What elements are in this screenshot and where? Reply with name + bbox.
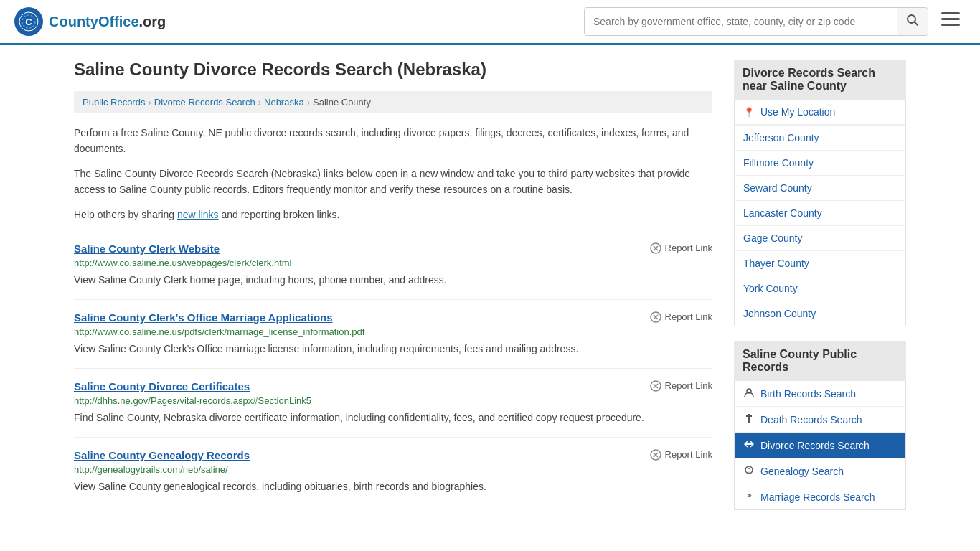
svg-rect-7 [941,24,960,26]
public-record-link-2[interactable]: Divorce Records Search [735,433,905,458]
location-icon: 📍 [743,107,755,118]
records-list: Saline County Clerk Website Report Link … [74,231,712,506]
report-link-0[interactable]: Report Link [650,242,712,254]
nearby-county-link-5[interactable]: Thayer County [735,251,905,276]
record-icon-1 [743,413,755,425]
page-title: Saline County Divorce Records Search (Ne… [74,60,712,80]
svg-text:C: C [25,17,32,27]
use-location-item[interactable]: 📍 Use My Location [735,100,905,126]
description-3: Help others by sharing new links and rep… [74,207,712,222]
nearby-county-link-0[interactable]: Jefferson County [735,126,905,150]
record-url-0[interactable]: http://www.co.saline.ne.us/webpages/cler… [74,258,712,268]
public-record-link-1[interactable]: Death Records Search [735,407,905,432]
nearby-header: Divorce Records Search near Saline Count… [734,60,906,100]
breadcrumb-current: Saline County [313,97,371,108]
public-record-item-1[interactable]: Death Records Search [735,407,905,433]
record-icon-3: ? [743,465,755,477]
report-link-3[interactable]: Report Link [650,449,712,461]
record-icon-0 [743,387,755,400]
nearby-county-item[interactable]: York County [735,276,905,301]
record-title-2[interactable]: Saline County Divorce Certificates [74,380,250,392]
nearby-list: 📍 Use My Location Jefferson CountyFillmo… [734,100,906,326]
record-url-2[interactable]: http://dhhs.ne.gov/Pages/vital-records.a… [74,395,712,406]
main-container: Saline County Divorce Records Search (Ne… [60,45,920,539]
nearby-county-item[interactable]: Seward County [735,176,905,201]
svg-text:?: ? [747,467,750,474]
svg-rect-6 [941,18,960,20]
description-2: The Saline County Divorce Records Search… [74,166,712,198]
logo-text: CountyOffice.org [49,14,166,30]
breadcrumb-public-records[interactable]: Public Records [83,97,145,108]
description-1: Perform a free Saline County, NE public … [74,125,712,157]
nearby-county-item[interactable]: Gage County [735,226,905,251]
public-record-item-0[interactable]: Birth Records Search [735,381,905,407]
header-right [584,7,966,36]
public-records-list: Birth Records Search Death Records Searc… [734,381,906,510]
nearby-county-link-6[interactable]: York County [735,276,905,301]
record-item: Saline County Genealogy Records Report L… [74,438,712,506]
nearby-county-item[interactable]: Fillmore County [735,151,905,176]
nearby-county-link-1[interactable]: Fillmore County [735,151,905,175]
record-desc-1: View Saline County Clerk's Office marria… [74,342,712,357]
record-url-1[interactable]: http://www.co.saline.ne.us/pdfs/clerk/ma… [74,326,712,337]
breadcrumb-divorce-records[interactable]: Divorce Records Search [154,97,255,108]
nearby-county-link-2[interactable]: Seward County [735,176,905,200]
search-button[interactable] [897,8,928,35]
nearby-section: Divorce Records Search near Saline Count… [734,60,906,326]
use-location-link[interactable]: 📍 Use My Location [735,100,905,125]
report-link-2[interactable]: Report Link [650,380,712,392]
svg-text:⚭: ⚭ [746,491,753,500]
report-link-1[interactable]: Report Link [650,311,712,323]
public-record-link-0[interactable]: Birth Records Search [735,381,905,406]
nearby-county-item[interactable]: Thayer County [735,251,905,276]
nearby-county-link-4[interactable]: Gage County [735,226,905,250]
breadcrumb-nebraska[interactable]: Nebraska [264,97,304,108]
record-item: Saline County Clerk Website Report Link … [74,231,712,300]
public-record-link-3[interactable]: ? Genealogy Search [735,458,905,484]
nearby-county-link-7[interactable]: Johnson County [735,301,905,326]
public-records-header: Saline County Public Records [734,341,906,381]
logo-brand: CountyOffice [49,14,139,29]
public-record-item-3[interactable]: ? Genealogy Search [735,458,905,484]
search-input[interactable] [585,10,897,33]
nearby-county-item[interactable]: Jefferson County [735,126,905,151]
record-icon-2 [743,439,755,451]
main-content: Saline County Divorce Records Search (Ne… [74,60,712,524]
public-record-item-4[interactable]: ⚭ Marriage Records Search [735,484,905,509]
site-header: C CountyOffice.org [0,0,980,45]
logo-icon: C [14,7,43,36]
record-desc-3: View Saline County genealogical records,… [74,479,712,494]
svg-rect-5 [941,12,960,14]
record-title-0[interactable]: Saline County Clerk Website [74,242,220,255]
breadcrumb: Public Records › Divorce Records Search … [74,91,712,113]
logo-area: C CountyOffice.org [14,7,166,36]
menu-button[interactable] [936,9,966,34]
record-item: Saline County Divorce Certificates Repor… [74,369,712,438]
record-desc-2: Find Saline County, Nebraska divorce cer… [74,410,712,425]
record-title-3[interactable]: Saline County Genealogy Records [74,449,250,461]
public-records-section: Saline County Public Records Birth Recor… [734,341,906,510]
record-desc-0: View Saline County Clerk home page, incl… [74,273,712,288]
sidebar: Divorce Records Search near Saline Count… [734,60,906,524]
nearby-county-item[interactable]: Johnson County [735,301,905,326]
nearby-county-item[interactable]: Lancaster County [735,201,905,226]
record-url-3[interactable]: http://genealogytrails.com/neb/saline/ [74,464,712,475]
record-title-1[interactable]: Saline County Clerk's Office Marriage Ap… [74,311,333,324]
nearby-county-link-3[interactable]: Lancaster County [735,201,905,225]
new-links[interactable]: new links [177,209,219,220]
search-bar[interactable] [584,7,928,36]
public-record-link-4[interactable]: ⚭ Marriage Records Search [735,484,905,509]
svg-line-4 [915,22,918,26]
logo-suffix: .org [139,14,166,29]
record-item: Saline County Clerk's Office Marriage Ap… [74,300,712,369]
record-icon-4: ⚭ [743,491,755,503]
public-record-item-2[interactable]: Divorce Records Search [735,433,905,458]
